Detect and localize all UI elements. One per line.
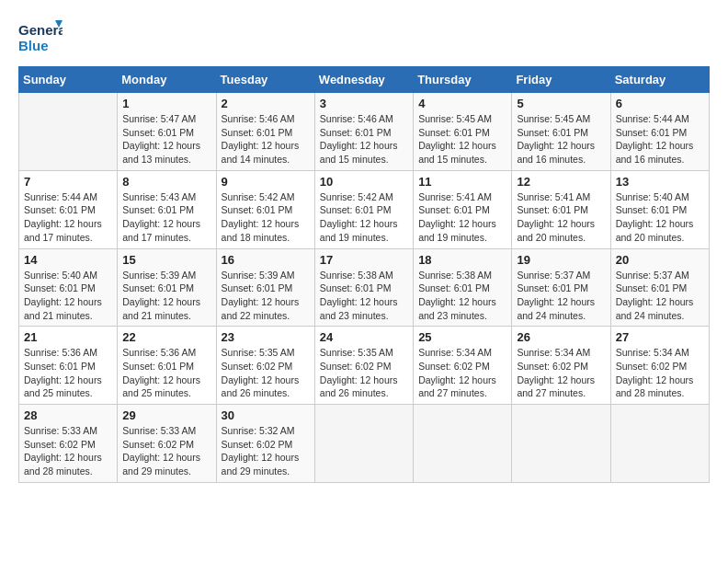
day-info: Sunrise: 5:42 AM Sunset: 6:01 PM Dayligh… (320, 190, 408, 245)
day-info: Sunrise: 5:40 AM Sunset: 6:01 PM Dayligh… (616, 190, 704, 245)
weekday-header-tuesday: Tuesday (216, 67, 314, 93)
day-info: Sunrise: 5:44 AM Sunset: 6:01 PM Dayligh… (616, 112, 704, 167)
day-info: Sunrise: 5:43 AM Sunset: 6:01 PM Dayligh… (122, 190, 210, 245)
calendar-cell: 11Sunrise: 5:41 AM Sunset: 6:01 PM Dayli… (414, 170, 512, 248)
day-number: 20 (616, 253, 704, 267)
day-info: Sunrise: 5:34 AM Sunset: 6:02 PM Dayligh… (517, 346, 605, 400)
calendar-cell (19, 93, 118, 171)
weekday-header-friday: Friday (512, 67, 610, 93)
weekday-header-sunday: Sunday (19, 67, 118, 93)
day-info: Sunrise: 5:45 AM Sunset: 6:01 PM Dayligh… (517, 112, 605, 167)
day-info: Sunrise: 5:39 AM Sunset: 6:01 PM Dayligh… (122, 269, 210, 323)
calendar-cell: 17Sunrise: 5:38 AM Sunset: 6:01 PM Dayli… (314, 248, 413, 327)
day-number: 6 (616, 97, 704, 110)
calendar-cell: 6Sunrise: 5:44 AM Sunset: 6:01 PM Daylig… (610, 93, 709, 171)
day-number: 28 (24, 408, 112, 422)
day-info: Sunrise: 5:33 AM Sunset: 6:02 PM Dayligh… (24, 424, 112, 478)
calendar-cell: 3Sunrise: 5:46 AM Sunset: 6:01 PM Daylig… (314, 93, 413, 171)
day-number: 29 (122, 408, 210, 422)
day-number: 19 (517, 253, 605, 267)
calendar-cell: 1Sunrise: 5:47 AM Sunset: 6:01 PM Daylig… (118, 93, 216, 171)
calendar-cell (414, 405, 512, 483)
day-number: 1 (122, 97, 210, 110)
calendar-cell: 27Sunrise: 5:34 AM Sunset: 6:02 PM Dayli… (610, 327, 709, 405)
day-info: Sunrise: 5:42 AM Sunset: 6:01 PM Dayligh… (222, 190, 310, 245)
weekday-header-saturday: Saturday (610, 67, 709, 93)
day-info: Sunrise: 5:35 AM Sunset: 6:02 PM Dayligh… (222, 346, 310, 400)
day-number: 25 (418, 330, 506, 344)
day-info: Sunrise: 5:36 AM Sunset: 6:01 PM Dayligh… (122, 346, 210, 400)
weekday-header-wednesday: Wednesday (314, 67, 413, 93)
day-info: Sunrise: 5:39 AM Sunset: 6:01 PM Dayligh… (222, 269, 310, 323)
header: General Blue (18, 18, 710, 59)
day-number: 26 (517, 330, 605, 344)
calendar-cell: 15Sunrise: 5:39 AM Sunset: 6:01 PM Dayli… (118, 248, 216, 327)
day-info: Sunrise: 5:32 AM Sunset: 6:02 PM Dayligh… (222, 424, 310, 478)
day-number: 9 (222, 175, 310, 189)
day-number: 5 (517, 97, 605, 110)
day-info: Sunrise: 5:38 AM Sunset: 6:01 PM Dayligh… (418, 269, 506, 323)
day-info: Sunrise: 5:44 AM Sunset: 6:01 PM Dayligh… (24, 190, 112, 245)
day-info: Sunrise: 5:37 AM Sunset: 6:01 PM Dayligh… (616, 269, 704, 323)
calendar-cell: 9Sunrise: 5:42 AM Sunset: 6:01 PM Daylig… (216, 170, 314, 248)
calendar-cell (512, 405, 610, 483)
day-number: 14 (24, 253, 112, 267)
day-number: 16 (222, 253, 310, 267)
calendar-cell (610, 405, 709, 483)
day-info: Sunrise: 5:40 AM Sunset: 6:01 PM Dayligh… (24, 269, 112, 323)
day-number: 12 (517, 175, 605, 189)
calendar-cell: 28Sunrise: 5:33 AM Sunset: 6:02 PM Dayli… (19, 405, 118, 483)
day-info: Sunrise: 5:33 AM Sunset: 6:02 PM Dayligh… (122, 424, 210, 478)
day-info: Sunrise: 5:45 AM Sunset: 6:01 PM Dayligh… (418, 112, 506, 167)
weekday-header-thursday: Thursday (414, 67, 512, 93)
calendar-week-row: 1Sunrise: 5:47 AM Sunset: 6:01 PM Daylig… (19, 93, 710, 171)
calendar-cell: 23Sunrise: 5:35 AM Sunset: 6:02 PM Dayli… (216, 327, 314, 405)
day-info: Sunrise: 5:46 AM Sunset: 6:01 PM Dayligh… (222, 112, 310, 167)
calendar-cell: 25Sunrise: 5:34 AM Sunset: 6:02 PM Dayli… (414, 327, 512, 405)
calendar-cell: 10Sunrise: 5:42 AM Sunset: 6:01 PM Dayli… (314, 170, 413, 248)
calendar-cell: 14Sunrise: 5:40 AM Sunset: 6:01 PM Dayli… (19, 248, 118, 327)
calendar-week-row: 14Sunrise: 5:40 AM Sunset: 6:01 PM Dayli… (19, 248, 710, 327)
svg-text:Blue: Blue (18, 38, 49, 53)
day-number: 18 (418, 253, 506, 267)
calendar-cell: 20Sunrise: 5:37 AM Sunset: 6:01 PM Dayli… (610, 248, 709, 327)
weekday-header-row: SundayMondayTuesdayWednesdayThursdayFrid… (19, 67, 710, 93)
day-number: 7 (24, 175, 112, 189)
logo-svg: General Blue (18, 18, 63, 59)
day-number: 10 (320, 175, 408, 189)
calendar-cell: 5Sunrise: 5:45 AM Sunset: 6:01 PM Daylig… (512, 93, 610, 171)
calendar-cell: 26Sunrise: 5:34 AM Sunset: 6:02 PM Dayli… (512, 327, 610, 405)
day-info: Sunrise: 5:46 AM Sunset: 6:01 PM Dayligh… (320, 112, 408, 167)
day-info: Sunrise: 5:36 AM Sunset: 6:01 PM Dayligh… (24, 346, 112, 400)
day-info: Sunrise: 5:35 AM Sunset: 6:02 PM Dayligh… (320, 346, 408, 400)
day-number: 27 (616, 330, 704, 344)
calendar-cell: 22Sunrise: 5:36 AM Sunset: 6:01 PM Dayli… (118, 327, 216, 405)
calendar-cell: 12Sunrise: 5:41 AM Sunset: 6:01 PM Dayli… (512, 170, 610, 248)
calendar-week-row: 7Sunrise: 5:44 AM Sunset: 6:01 PM Daylig… (19, 170, 710, 248)
calendar-cell: 13Sunrise: 5:40 AM Sunset: 6:01 PM Dayli… (610, 170, 709, 248)
calendar-cell: 2Sunrise: 5:46 AM Sunset: 6:01 PM Daylig… (216, 93, 314, 171)
calendar-cell: 7Sunrise: 5:44 AM Sunset: 6:01 PM Daylig… (19, 170, 118, 248)
day-number: 4 (418, 97, 506, 110)
day-number: 24 (320, 330, 408, 344)
day-number: 3 (320, 97, 408, 110)
calendar-cell: 4Sunrise: 5:45 AM Sunset: 6:01 PM Daylig… (414, 93, 512, 171)
day-number: 30 (222, 408, 310, 422)
calendar-cell: 29Sunrise: 5:33 AM Sunset: 6:02 PM Dayli… (118, 405, 216, 483)
day-number: 11 (418, 175, 506, 189)
day-number: 17 (320, 253, 408, 267)
day-number: 21 (24, 330, 112, 344)
day-info: Sunrise: 5:34 AM Sunset: 6:02 PM Dayligh… (616, 346, 704, 400)
calendar-cell (314, 405, 413, 483)
calendar-table: SundayMondayTuesdayWednesdayThursdayFrid… (18, 66, 710, 483)
svg-text:General: General (18, 22, 63, 38)
day-info: Sunrise: 5:34 AM Sunset: 6:02 PM Dayligh… (418, 346, 506, 400)
day-number: 22 (122, 330, 210, 344)
calendar-week-row: 21Sunrise: 5:36 AM Sunset: 6:01 PM Dayli… (19, 327, 710, 405)
calendar-cell: 21Sunrise: 5:36 AM Sunset: 6:01 PM Dayli… (19, 327, 118, 405)
calendar-cell: 24Sunrise: 5:35 AM Sunset: 6:02 PM Dayli… (314, 327, 413, 405)
day-info: Sunrise: 5:47 AM Sunset: 6:01 PM Dayligh… (122, 112, 210, 167)
day-info: Sunrise: 5:41 AM Sunset: 6:01 PM Dayligh… (517, 190, 605, 245)
day-number: 8 (122, 175, 210, 189)
weekday-header-monday: Monday (118, 67, 216, 93)
